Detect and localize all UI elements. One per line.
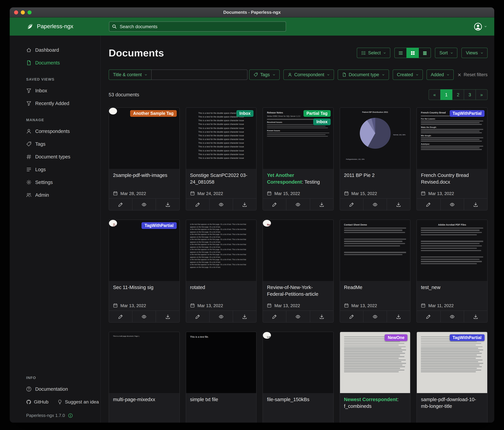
- sidebar-item-tags[interactable]: Tags: [10, 138, 100, 150]
- view-document-button[interactable]: [209, 199, 233, 210]
- download-document-button[interactable]: [156, 199, 179, 210]
- document-thumbnail[interactable]: Lorem ipsumLorem ipsum dolor sit amet, c…: [263, 332, 333, 393]
- document-type-filter-button[interactable]: Document type: [338, 69, 389, 80]
- zoom-button[interactable]: [27, 10, 32, 14]
- select-button[interactable]: Select: [357, 48, 390, 58]
- document-correspondent[interactable]: Yet Another Correspondent: [267, 173, 302, 185]
- document-thumbnail[interactable]: NewOne: [340, 332, 410, 393]
- sidebar-item-settings[interactable]: Settings: [10, 176, 100, 189]
- added-filter-button[interactable]: Added: [426, 69, 454, 80]
- search-input[interactable]: [109, 21, 286, 32]
- edit-document-button[interactable]: [417, 199, 440, 210]
- document-card[interactable]: Patient BP Distribution 2011Normal, 232,…: [340, 107, 411, 210]
- created-filter-button[interactable]: Created: [393, 69, 423, 80]
- view-document-button[interactable]: [286, 311, 310, 322]
- document-thumbnail[interactable]: is the text that appears on the first pa…: [186, 220, 256, 281]
- sidebar-item-dashboard[interactable]: Dashboard: [10, 44, 100, 56]
- reset-filters-button[interactable]: Reset filters: [457, 72, 487, 77]
- sidebar-item-github[interactable]: GitHub: [26, 399, 48, 404]
- title-content-filter-button[interactable]: Title & content: [109, 69, 152, 80]
- document-title[interactable]: Review-of-New-York-Federal-Petitions-art…: [267, 284, 329, 297]
- document-title[interactable]: multi-page-mixedxx: [113, 396, 175, 403]
- view-document-button[interactable]: [286, 199, 310, 210]
- close-button[interactable]: [14, 10, 18, 14]
- document-title[interactable]: 2sample-pdf-with-images: [113, 172, 175, 179]
- sidebar-item-inbox[interactable]: Inbox: [10, 84, 100, 97]
- view-document-button[interactable]: [440, 199, 464, 210]
- tag-badge[interactable]: Inbox: [236, 110, 254, 117]
- sidebar-item-logs[interactable]: Logs: [10, 163, 100, 176]
- document-thumbnail[interactable]: This is a multi page document. Page 1.: [109, 332, 179, 393]
- tag-badge[interactable]: TagWithPartial: [450, 110, 485, 117]
- edit-document-button[interactable]: [109, 311, 132, 322]
- document-card[interactable]: Release NotesSimba ODBC Driver for SQL S…: [262, 107, 333, 210]
- download-document-button[interactable]: [310, 311, 333, 322]
- download-document-button[interactable]: [387, 199, 410, 210]
- document-thumbnail[interactable]: Adobe Acrobat PDF Files: [417, 220, 487, 281]
- download-document-button[interactable]: [233, 311, 256, 322]
- document-card[interactable]: TagWithPartialsample-pdf-download-10-mb-…: [417, 332, 487, 423]
- edit-document-button[interactable]: [263, 199, 286, 210]
- minimize-button[interactable]: [21, 10, 25, 14]
- document-card[interactable]: Contact Sheet DemoReadMeMar 13, 2022: [340, 220, 411, 323]
- sidebar-item-admin[interactable]: Admin: [10, 189, 100, 201]
- document-card[interactable]: This is a multi page document. Page 1.mu…: [109, 332, 180, 423]
- user-menu[interactable]: [474, 22, 487, 31]
- document-title[interactable]: test_new: [421, 284, 483, 291]
- download-document-button[interactable]: [387, 311, 410, 322]
- document-card[interactable]: This is a test file.simple txt file: [186, 332, 257, 423]
- edit-document-button[interactable]: [186, 199, 209, 210]
- download-document-button[interactable]: [233, 199, 256, 210]
- pagination-prev-button[interactable]: «: [429, 89, 441, 100]
- sidebar-item-recently-added[interactable]: Recently Added: [10, 97, 100, 110]
- pagination-page-2[interactable]: 2: [452, 89, 464, 100]
- document-thumbnail[interactable]: This is a test file.: [186, 332, 256, 393]
- grid-view-button[interactable]: [407, 48, 419, 58]
- document-thumbnail[interactable]: French Country BreadFor the Leaven:Make …: [417, 108, 487, 169]
- pagination-next-button[interactable]: »: [476, 89, 487, 100]
- tag-badge[interactable]: TagWithPartial: [142, 222, 177, 229]
- document-card[interactable]: NewOneNewest Correspondent: f_combineds: [340, 332, 411, 423]
- document-title[interactable]: Newest Correspondent: f_combineds: [344, 396, 406, 410]
- document-thumbnail[interactable]: Another Sample Tag: [109, 108, 179, 169]
- document-correspondent[interactable]: Newest Correspondent: [344, 397, 397, 402]
- document-card[interactable]: This is a test for the double space char…: [186, 107, 257, 210]
- document-card[interactable]: 11. CONTINUING MEDICAL EDUCATagWithParti…: [109, 220, 180, 323]
- document-thumbnail[interactable]: Release NotesSimba ODBC Driver for SQL S…: [263, 108, 333, 169]
- document-title[interactable]: Yet Another Correspondent: Testing Email: [267, 172, 329, 186]
- title-content-filter-input[interactable]: [151, 69, 247, 80]
- sidebar-item-suggest-an-idea[interactable]: Suggest an idea: [57, 399, 99, 404]
- sidebar-item-correspondents[interactable]: Correspondents: [10, 125, 100, 138]
- edit-document-button[interactable]: [340, 311, 363, 322]
- edit-document-button[interactable]: [263, 311, 286, 322]
- document-title[interactable]: rotated: [190, 284, 252, 291]
- document-title[interactable]: French Country Bread Revised.docx: [421, 172, 483, 185]
- document-title[interactable]: Sonstige ScanPC2022 03-24_081058: [190, 172, 252, 185]
- list-view-button[interactable]: [395, 48, 407, 58]
- document-title[interactable]: sample-pdf-download-10-mb-longer-title: [421, 396, 483, 410]
- document-title[interactable]: ReadMe: [344, 284, 406, 291]
- pagination-page-3[interactable]: 3: [464, 89, 476, 100]
- tag-badge[interactable]: TagWithPartial: [450, 334, 485, 341]
- pagination-page-1[interactable]: 1: [440, 89, 452, 100]
- edit-document-button[interactable]: [417, 311, 440, 322]
- views-button[interactable]: Views: [461, 48, 487, 58]
- tag-badge[interactable]: Inbox: [313, 119, 331, 125]
- document-thumbnail[interactable]: Review of New York Federal Petitions for…: [263, 220, 333, 281]
- download-document-button[interactable]: [156, 311, 179, 322]
- download-document-button[interactable]: [464, 311, 487, 322]
- download-document-button[interactable]: [310, 199, 333, 210]
- view-document-button[interactable]: [209, 311, 233, 322]
- document-title[interactable]: 2011 BP Pie 2: [344, 172, 406, 179]
- document-title[interactable]: Sec 11-Missing sig: [113, 284, 175, 291]
- tag-badge[interactable]: Partial Tag: [304, 110, 331, 117]
- sidebar-item-documentation[interactable]: Documentation: [10, 383, 100, 395]
- document-thumbnail[interactable]: Contact Sheet Demo: [340, 220, 410, 281]
- sidebar-item-document-types[interactable]: Document types: [10, 150, 100, 163]
- document-card[interactable]: Adobe Acrobat PDF Filestest_newMar 11, 2…: [417, 220, 487, 323]
- document-thumbnail[interactable]: Patient BP Distribution 2011Normal, 232,…: [340, 108, 410, 169]
- view-document-button[interactable]: [132, 199, 156, 210]
- download-document-button[interactable]: [464, 199, 487, 210]
- detail-view-button[interactable]: [419, 48, 431, 58]
- document-card[interactable]: Another Sample Tag2sample-pdf-with-image…: [109, 107, 180, 210]
